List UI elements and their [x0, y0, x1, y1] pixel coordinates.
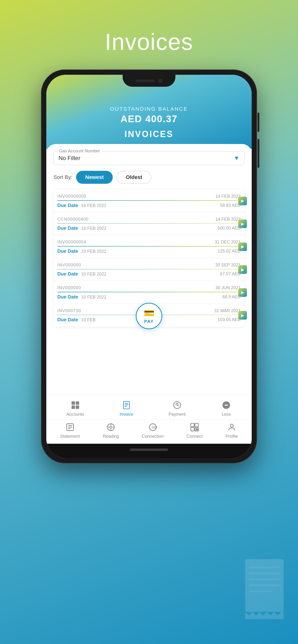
invoice-number: CCN00000400 — [57, 217, 89, 222]
due-date-label: Due Date — [57, 294, 78, 300]
filter-value: No Filter — [59, 155, 80, 162]
invoice-item[interactable]: INV00000000 14 FEB 2022 Due Date 16 FEB … — [54, 190, 244, 212]
connection-icon: NEW — [147, 422, 158, 432]
invoice-divider — [57, 269, 241, 270]
invoice-date: 14 FEB 2022 — [215, 217, 241, 222]
invoice-date: 14 FEB 2022 — [215, 194, 241, 199]
invoice-amount: 68.9 AED — [222, 294, 241, 300]
screen-content: Gas Account Number No Filter ▼ Sort By: … — [46, 144, 252, 391]
invoice-date: 31 MAR 2021 — [214, 308, 241, 314]
invoice-arrow-icon[interactable]: ▶ — [238, 197, 247, 205]
chevron-down-icon: ▼ — [234, 155, 239, 162]
invoice-divider — [57, 223, 241, 224]
nav-accounts-label: Accounts — [66, 412, 84, 417]
home-bar — [130, 448, 168, 451]
statement-icon — [65, 422, 75, 432]
due-date-value: 10 FEB 2022 — [81, 272, 106, 276]
pay-button[interactable]: 💳 PAY — [136, 303, 162, 329]
invoice-amount: 103.05 AED — [218, 317, 241, 322]
svg-rect-4 — [123, 401, 129, 409]
invoice-number: INV00000000 — [57, 194, 86, 199]
invoice-item[interactable]: INV000000 30 SEP 2021 Due Date 10 FEB 20… — [54, 258, 244, 281]
due-date-value: 16 FEB 2022 — [81, 226, 106, 231]
due-date-label: Due Date — [57, 271, 78, 276]
speaker — [135, 80, 155, 82]
pay-overlay: 💳 PAY — [136, 303, 162, 329]
svg-rect-33 — [249, 584, 280, 586]
sort-row: Sort By: Newest Oldest — [54, 171, 244, 184]
accounts-icon — [70, 400, 81, 410]
invoice-arrow-icon[interactable]: ▶ — [238, 288, 247, 297]
nav-connect-label: Connect — [187, 434, 203, 439]
nav-statement[interactable]: Statement — [60, 422, 80, 439]
nav-top: Accounts Invoice — [46, 395, 252, 419]
invoice-number: INV000000 — [57, 262, 81, 268]
nav-connection-label: Connection — [142, 434, 164, 439]
svg-marker-35 — [245, 612, 284, 619]
due-date-value: 10 FEB — [81, 318, 95, 322]
nav-invoice-label: Invoice — [119, 412, 133, 417]
invoice-item[interactable]: INV000000 30 JUN 2021 Due Date 10 FEB 20… — [54, 281, 244, 304]
less-icon — [221, 400, 232, 410]
svg-rect-1 — [76, 401, 79, 405]
nav-accounts[interactable]: Accounts — [66, 400, 84, 417]
invoice-item[interactable]: INV00000054 31 DEC 2021 Due Date 10 FEB … — [54, 235, 244, 258]
nav-profile-label: Profile — [226, 434, 238, 439]
svg-rect-32 — [249, 578, 280, 580]
invoice-divider — [57, 292, 241, 292]
svg-rect-0 — [72, 401, 75, 405]
gas-account-filter[interactable]: Gas Account Number No Filter ▼ — [54, 151, 244, 165]
nav-profile[interactable]: Profile — [226, 422, 238, 439]
invoice-amount: 125.02 AED — [218, 249, 241, 254]
filter-label: Gas Account Number — [58, 148, 101, 154]
nav-connection[interactable]: NEW Connection — [142, 422, 164, 439]
invoice-arrow-icon[interactable]: ▶ — [238, 265, 247, 274]
volume-button — [257, 112, 259, 132]
due-date-value: 16 FEB 2022 — [81, 203, 106, 208]
invoice-arrow-icon[interactable]: ▶ — [238, 311, 247, 320]
invoice-icon — [121, 400, 132, 410]
invoice-arrow-icon[interactable]: ▶ — [238, 220, 247, 228]
sort-oldest-button[interactable]: Oldest — [117, 171, 151, 184]
sort-label: Sort By: — [54, 174, 72, 180]
invoice-divider — [57, 200, 241, 201]
invoice-number: INV000730 — [57, 308, 81, 314]
nav-connect[interactable]: Connect — [187, 422, 203, 439]
due-date-value: 10 FEB 2022 — [81, 295, 106, 300]
due-date-label: Due Date — [57, 203, 78, 208]
camera — [158, 78, 163, 83]
invoice-date: 31 DEC 2021 — [215, 240, 241, 244]
svg-rect-34 — [249, 590, 273, 592]
nav-statement-label: Statement — [60, 434, 80, 439]
svg-rect-24 — [195, 423, 198, 427]
invoice-arrow-icon[interactable]: ▶ — [238, 242, 247, 251]
nav-less-label: Less — [222, 412, 231, 417]
svg-text:NEW: NEW — [152, 426, 158, 429]
payment-icon — [172, 400, 182, 410]
svg-rect-3 — [76, 406, 79, 409]
nav-payment-label: Payment — [169, 412, 186, 417]
reading-icon — [106, 422, 116, 432]
svg-rect-2 — [72, 406, 75, 409]
nav-invoice[interactable]: Invoice — [119, 400, 133, 417]
invoice-amount: 67.57 AED — [220, 272, 241, 276]
phone-screen: OUTSTANDING BALANCE AED 400.37 INVOICES … — [46, 75, 252, 458]
invoice-amount: 58.83 AED — [220, 203, 241, 208]
svg-point-27 — [196, 428, 198, 431]
nav-payment[interactable]: Payment — [169, 400, 186, 417]
invoice-list: INV00000000 14 FEB 2022 Due Date 16 FEB … — [54, 190, 244, 327]
svg-rect-23 — [191, 423, 194, 427]
nav-less[interactable]: Less — [221, 400, 232, 417]
invoice-item[interactable]: INV000730 31 MAR 2021 Due Date 10 FEB 10… — [54, 304, 244, 327]
nav-reading[interactable]: Reading — [103, 422, 119, 439]
phone-notch — [123, 75, 175, 87]
svg-rect-25 — [191, 428, 194, 431]
nav-bottom: Statement — [46, 419, 252, 444]
svg-rect-31 — [249, 572, 280, 574]
pay-card-icon: 💳 — [144, 308, 155, 318]
invoice-item[interactable]: CCN00000400 14 FEB 2022 Due Date 16 FEB … — [54, 212, 244, 236]
due-date-label: Due Date — [57, 248, 78, 254]
power-button — [257, 139, 259, 168]
sort-newest-button[interactable]: Newest — [76, 171, 113, 184]
svg-point-28 — [230, 424, 233, 427]
